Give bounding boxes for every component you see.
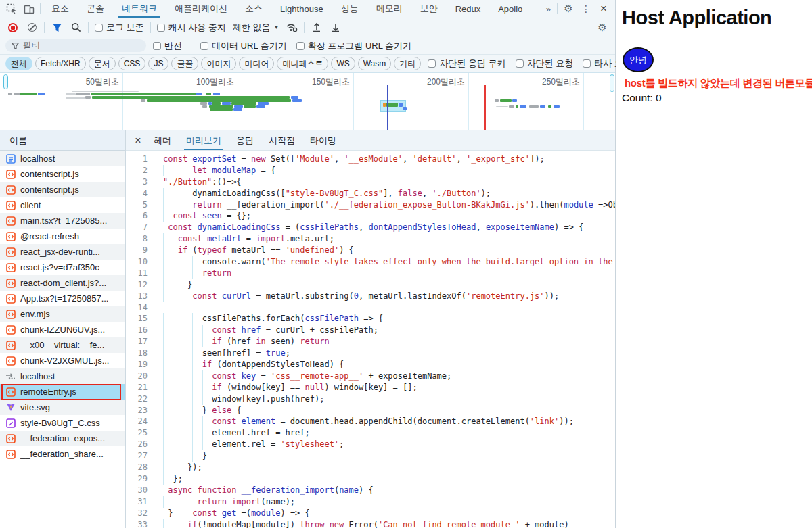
tab-보안[interactable]: 보안: [411, 0, 447, 18]
invert-filter-checkbox[interactable]: 반전: [150, 40, 185, 52]
request-row-main.tsxt1725085...[interactable]: main.tsx?t=1725085...: [0, 213, 125, 229]
waterfall-bar: [202, 105, 207, 108]
script-icon: [5, 433, 16, 443]
checkbox-차단된 응답 쿠키[interactable]: 차단된 응답 쿠키: [425, 57, 508, 70]
request-row-chunk-V2JXGMUL.js...[interactable]: chunk-V2JXGMUL.js...: [0, 353, 125, 368]
filter-chip-매니페스트[interactable]: 매니페스트: [277, 57, 328, 70]
request-row-localhost[interactable]: localhost: [0, 368, 125, 384]
filter-chip-미디어[interactable]: 미디어: [239, 57, 274, 70]
search-icon[interactable]: [67, 20, 85, 35]
tab-메모리[interactable]: 메모리: [367, 0, 411, 18]
clear-network-log-icon[interactable]: [23, 20, 41, 35]
checkbox-box[interactable]: [153, 42, 161, 50]
tab-Lighthouse[interactable]: Lighthouse: [271, 0, 332, 18]
checkbox-차단된 요청[interactable]: 차단된 요청: [513, 57, 577, 70]
inspect-element-icon[interactable]: [3, 2, 20, 16]
request-row-react-domclient.js...[interactable]: react-dom_client.js?...: [0, 275, 125, 291]
tab-요소[interactable]: 요소: [43, 0, 78, 18]
hide-extension-urls-checkbox[interactable]: 확장 프로그램 URL 숨기기: [294, 40, 414, 52]
request-label: react-dom_client.js?...: [20, 278, 106, 288]
filter-chip-문서[interactable]: 문서: [89, 57, 116, 70]
detail-tab-응답[interactable]: 응답: [229, 130, 261, 150]
request-row-vite.svg[interactable]: vite.svg: [0, 400, 125, 415]
request-row-x00virtualfe...[interactable]: __x00__virtual:__fe...: [0, 337, 125, 353]
export-har-icon[interactable]: [308, 20, 325, 35]
request-row-env.mjs[interactable]: env.mjs: [0, 306, 125, 322]
detail-tab-미리보기[interactable]: 미리보기: [179, 130, 229, 150]
code-line: const exportSet = new Set(['Module', '__…: [163, 154, 545, 164]
request-row-App.tsxt17250857...[interactable]: App.tsx?t=17250857...: [0, 291, 125, 306]
detail-tab-타이밍[interactable]: 타이밍: [302, 130, 344, 150]
network-settings-gear-icon[interactable]: ⚙: [593, 21, 611, 34]
checkbox-box[interactable]: [296, 42, 304, 50]
request-row-client[interactable]: client: [0, 197, 125, 213]
filter-chip-CSS[interactable]: CSS: [118, 57, 146, 70]
checkbox-box[interactable]: [95, 24, 103, 32]
detail-tab-시작점[interactable]: 시작점: [261, 130, 302, 150]
hide-data-urls-checkbox[interactable]: 데이터 URL 숨기기: [198, 40, 290, 52]
disable-cache-checkbox[interactable]: 캐시 사용 중지: [154, 22, 229, 34]
checkbox-box[interactable]: [583, 59, 591, 68]
filter-chip-이미지[interactable]: 이미지: [201, 57, 236, 70]
close-devtools-icon[interactable]: ×: [595, 2, 612, 16]
filter-chip-기타[interactable]: 기타: [394, 57, 421, 70]
tab-성능[interactable]: 성능: [332, 0, 367, 18]
request-row-react.jsvd7af350c[interactable]: react.js?v=d7af350c: [0, 260, 125, 275]
request-row-localhost[interactable]: localhost: [0, 151, 125, 166]
tab-Redux[interactable]: Redux: [447, 0, 490, 18]
settings-gear-icon[interactable]: ⚙: [560, 2, 577, 16]
preview-code-viewer[interactable]: 1const exportSet = new Set(['Module', '_…: [126, 151, 615, 528]
tab-애플리케이션[interactable]: 애플리케이션: [166, 0, 236, 18]
request-row-style-Bv8UgTC.css[interactable]: style-Bv8UgT_C.css: [0, 415, 125, 431]
throttling-dropdown[interactable]: 제한 없음▼: [230, 22, 282, 34]
preserve-log-checkbox[interactable]: 로그 보존: [92, 22, 147, 34]
tab-소스[interactable]: 소스: [236, 0, 271, 18]
overview-window-handle[interactable]: [610, 74, 614, 92]
hello-button[interactable]: 안녕: [623, 47, 654, 72]
device-toolbar-icon[interactable]: [20, 2, 38, 16]
waterfall-bar: [234, 105, 243, 108]
filter-chip-JS[interactable]: JS: [148, 57, 168, 70]
record-network-log-icon[interactable]: [4, 20, 22, 35]
request-row-federationshare...[interactable]: __federation_share...: [0, 446, 125, 462]
tab-네트워크[interactable]: 네트워크: [113, 0, 166, 18]
detail-tab-헤더[interactable]: 헤더: [146, 130, 179, 150]
waterfall-bar: [256, 105, 265, 108]
request-row-react-refresh[interactable]: @react-refresh: [0, 229, 125, 244]
waterfall-bar: [222, 102, 231, 105]
line-number: 22: [126, 393, 148, 405]
tab-콘솔[interactable]: 콘솔: [78, 0, 113, 18]
requests-name-column-header[interactable]: 이름: [0, 130, 125, 151]
script-icon: [5, 185, 16, 195]
overview-window-handle[interactable]: [3, 74, 8, 89]
checkbox-box[interactable]: [428, 59, 436, 68]
checkbox-box[interactable]: [157, 24, 165, 32]
checkbox-box[interactable]: [200, 42, 208, 50]
waterfall-bar: [399, 103, 403, 107]
kebab-menu-icon[interactable]: ⋮: [577, 2, 595, 16]
request-row-federationexpos...[interactable]: __federation_expos...: [0, 431, 125, 446]
filter-chip-Fetch/XHR[interactable]: Fetch/XHR: [35, 57, 86, 70]
timeline-label: 200밀리초: [427, 76, 465, 88]
css-icon: [5, 418, 16, 428]
filter-funnel-icon[interactable]: [48, 20, 66, 35]
filter-chip-WS[interactable]: WS: [331, 57, 355, 70]
filter-chip-전체[interactable]: 전체: [5, 57, 32, 70]
request-row-contentscript.js[interactable]: contentscript.js: [0, 166, 125, 182]
filter-chip-Wasm[interactable]: Wasm: [358, 57, 392, 70]
import-har-icon[interactable]: [327, 20, 344, 35]
network-overview-timeline[interactable]: 50밀리초100밀리초150밀리초200밀리초250밀리초: [0, 73, 615, 130]
filter-input[interactable]: 필터: [5, 39, 146, 52]
request-row-reactjsx-dev-runti...[interactable]: react_jsx-dev-runti...: [0, 244, 125, 260]
checkbox-box[interactable]: [516, 59, 524, 68]
close-detail-icon[interactable]: ×: [130, 133, 146, 149]
devtools-tabbar: 요소콘솔네트워크애플리케이션소스Lighthouse성능메모리보안ReduxAp…: [0, 0, 615, 18]
more-tabs-chevron[interactable]: »: [542, 4, 555, 14]
request-row-chunk-IZZUN6UV.js...[interactable]: chunk-IZZUN6UV.js...: [0, 322, 125, 337]
request-row-contentscript.js[interactable]: contentscript.js: [0, 182, 125, 197]
filter-chip-글꼴[interactable]: 글꼴: [171, 57, 198, 70]
waterfall-bar: [209, 105, 233, 108]
network-conditions-icon[interactable]: [283, 20, 300, 35]
request-row-remoteEntry.js[interactable]: remoteEntry.js: [0, 384, 125, 400]
tab-Apollo[interactable]: Apollo: [489, 0, 531, 18]
